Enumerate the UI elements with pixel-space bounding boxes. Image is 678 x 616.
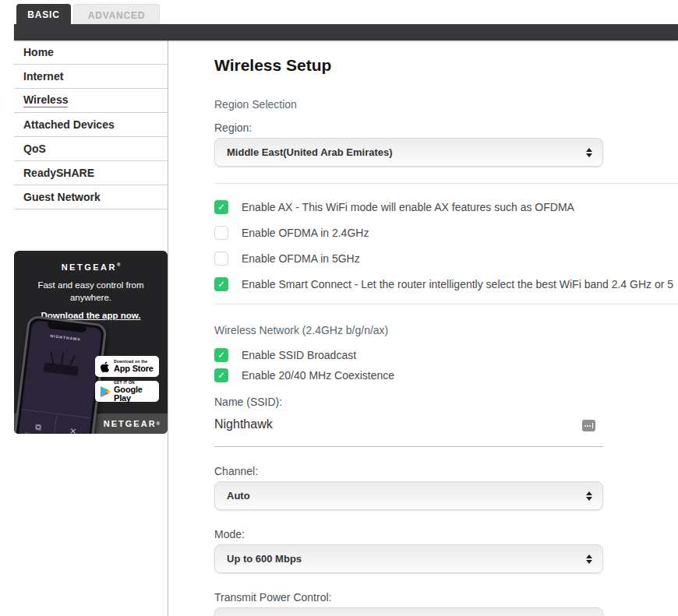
region-select-value: Middle East(United Arab Emirates) <box>227 146 393 158</box>
checkbox-unchecked-icon[interactable] <box>214 252 228 266</box>
netgear-logo: NETGEAR® <box>14 262 168 272</box>
checkbox-ofdma-5ghz[interactable]: Enable OFDMA in 5GHz <box>214 252 678 266</box>
network-map-icon: ✕ Network Map <box>62 426 84 434</box>
sidebar-item-home[interactable]: Home <box>14 40 168 65</box>
main-content: Wireless Setup Region Selection Region: … <box>214 0 678 616</box>
app-store-badge[interactable]: Download on the App Store <box>95 356 159 377</box>
registered-mark: ® <box>157 421 160 426</box>
ssid-input[interactable]: Nighthawk <box>214 417 273 431</box>
stepper-icon <box>586 491 592 501</box>
promo-tagline: Fast and easy control from anywhere. <box>29 280 154 304</box>
sidebar-item-label: Attached Devices <box>23 118 115 131</box>
transmit-power-select[interactable] <box>214 607 603 616</box>
sidebar-item-internet[interactable]: Internet <box>14 65 168 89</box>
sidebar-item-attached-devices[interactable]: Attached Devices <box>14 113 168 137</box>
checkbox-label: Enable OFDMA in 5GHz <box>242 252 360 265</box>
phone-image: NIGHTHAWK ⧉ Device Manager ✕ Network Map <box>14 315 108 434</box>
stepper-icon <box>586 554 592 564</box>
checkbox-smart-connect[interactable]: ✓ Enable Smart Connect - Let the router … <box>214 277 678 291</box>
checkbox-label: Enable Smart Connect - Let the router in… <box>242 278 673 290</box>
region-field-label: Region: <box>214 121 252 134</box>
tab-advanced[interactable]: ADVANCED <box>73 4 160 26</box>
sidebar-item-wireless[interactable]: Wireless <box>14 89 168 113</box>
sidebar-item-label: QoS <box>23 143 46 155</box>
badge-line2: Google Play <box>114 385 154 403</box>
text-entry-icon[interactable] <box>582 420 595 431</box>
checkbox-label: Enable 20/40 MHz Coexistence <box>242 369 394 382</box>
badge-line2: App Store <box>114 364 154 373</box>
sidebar-item-qos[interactable]: QoS <box>14 137 168 161</box>
google-play-icon <box>100 385 111 398</box>
checkbox-checked-icon[interactable]: ✓ <box>214 348 228 362</box>
netgear-app-promo: NETGEAR® Fast and easy control from anyw… <box>14 251 168 434</box>
checkbox-ofdma-24ghz[interactable]: Enable OFDMA in 2.4GHz <box>214 226 678 240</box>
checkbox-unchecked-icon[interactable] <box>214 226 228 240</box>
registered-mark: ® <box>117 262 120 267</box>
phone-screen: NIGHTHAWK ⧉ Device Manager ✕ Network Map <box>18 320 102 434</box>
phone-notch-icon <box>47 322 87 333</box>
google-play-badge[interactable]: GET IT ON Google Play <box>95 381 159 402</box>
mode-select-value: Up to 600 Mbps <box>227 553 302 565</box>
checkbox-coexistence[interactable]: ✓ Enable 20/40 MHz Coexistence <box>214 368 678 382</box>
checkbox-ssid-broadcast[interactable]: ✓ Enable SSID Broadcast <box>214 348 678 362</box>
router-icon <box>44 362 79 375</box>
checkbox-enable-ax[interactable]: ✓ Enable AX - This WiFi mode will enable… <box>214 200 678 214</box>
netgear-logo: NETGEAR <box>104 419 157 428</box>
checkbox-label: Enable OFDMA in 2.4GHz <box>242 227 369 239</box>
region-select[interactable]: Middle East(United Arab Emirates) <box>214 138 603 167</box>
sidebar-item-label: Wireless <box>23 93 68 107</box>
sidebar-item-label: Internet <box>23 70 63 83</box>
wireless-network-section-label: Wireless Network (2.4GHz b/g/n/ax) <box>214 324 388 336</box>
phone-app-actions: ⧉ Device Manager ✕ Network Map <box>19 421 90 434</box>
ssid-field-label: Name (SSID): <box>214 396 282 408</box>
checkbox-label: Enable SSID Broadcast <box>242 349 356 361</box>
channel-select-value: Auto <box>227 490 250 502</box>
divider <box>214 183 678 184</box>
mode-select[interactable]: Up to 600 Mbps <box>214 544 603 573</box>
channel-select[interactable]: Auto <box>214 481 603 510</box>
sidebar-item-label: Home <box>23 46 54 58</box>
transmit-power-field-label: Transmit Power Control: <box>214 591 331 604</box>
stepper-icon <box>586 148 592 157</box>
top-navigation-bar <box>14 24 678 40</box>
tab-basic[interactable]: BASIC <box>16 4 71 26</box>
sidebar: Home Internet Wireless Attached Devices … <box>0 40 168 616</box>
apple-icon <box>100 361 111 373</box>
region-section-label: Region Selection <box>214 98 297 111</box>
sidebar-item-readyshare[interactable]: ReadySHARE <box>14 161 168 185</box>
checkbox-label: Enable AX - This WiFi mode will enable A… <box>242 201 574 213</box>
badge-line1: GET IT ON <box>114 381 154 385</box>
sidebar-item-guest-network[interactable]: Guest Network <box>14 185 168 209</box>
checkbox-checked-icon[interactable]: ✓ <box>214 368 228 382</box>
device-manager-icon: ⧉ Device Manager <box>24 421 51 434</box>
channel-field-label: Channel: <box>214 465 258 477</box>
mode-field-label: Mode: <box>214 528 245 540</box>
sidebar-item-label: ReadySHARE <box>23 167 94 179</box>
page-title: Wireless Setup <box>214 56 331 75</box>
divider <box>214 304 678 304</box>
router-admin-page: { "tabs": { "basic": "BASIC", "advanced"… <box>0 0 678 616</box>
checkbox-checked-icon[interactable]: ✓ <box>214 277 228 291</box>
checkbox-checked-icon[interactable]: ✓ <box>214 200 228 214</box>
sidebar-item-label: Guest Network <box>23 191 101 203</box>
phone-app-title: NIGHTHAWK <box>30 331 101 344</box>
ssid-input-underline <box>214 446 603 447</box>
